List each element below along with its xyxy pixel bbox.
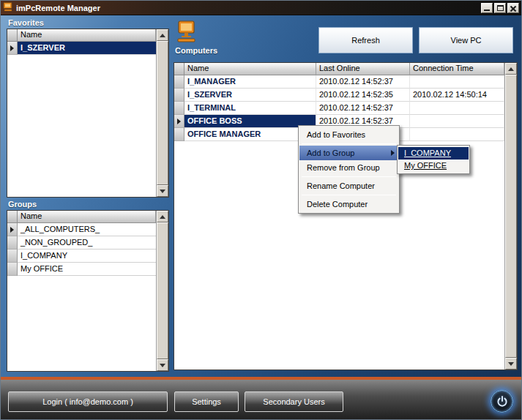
current-row-arrow-icon <box>10 45 14 51</box>
menu-item-add-to-favorites[interactable]: Add to Favorites <box>299 127 398 142</box>
settings-button[interactable]: Settings <box>174 391 239 412</box>
row-selector-cell <box>7 42 18 55</box>
computers-row-i-terminal[interactable]: I_TERMINAL 2010.02.12 14:52:37 <box>174 102 504 115</box>
row-selector-cell <box>7 250 18 263</box>
computers-icon <box>176 20 198 44</box>
column-header-name[interactable]: Name <box>184 63 316 75</box>
computers-table: Name Last Online Connection Time I_MANAG… <box>174 62 518 370</box>
column-header-connection-time[interactable]: Connection Time <box>410 63 504 75</box>
row-selector-cell <box>174 75 184 89</box>
row-selector-cell <box>174 102 184 115</box>
groups-list: Name _ALL_COMPUTERS_ _NON_GROUPED_ I_COM… <box>7 210 169 372</box>
computer-name: I_TERMINAL <box>184 102 316 115</box>
menu-item-delete-computer[interactable]: Delete Computer <box>299 197 398 211</box>
submenu-arrow-icon <box>391 150 395 156</box>
title-bar: imPcRemote Manager <box>1 1 521 15</box>
minimize-icon <box>484 10 490 11</box>
menu-separator <box>302 143 396 144</box>
computers-label: Computers <box>175 46 217 55</box>
favorites-list: Name I_SZERVER <box>7 29 169 198</box>
groups-column-header-name[interactable]: Name <box>18 211 156 223</box>
row-selector-cell <box>174 89 184 102</box>
scroll-up-button[interactable] <box>157 211 168 222</box>
scroll-down-button[interactable] <box>157 185 168 197</box>
connection-time <box>410 128 504 141</box>
scroll-up-button[interactable] <box>505 63 517 75</box>
row-selector-cell <box>7 223 18 236</box>
row-selector-cell <box>7 236 18 250</box>
menu-item-rename-computer[interactable]: Rename Computer <box>299 179 398 193</box>
favorites-row-i-szerver[interactable]: I_SZERVER <box>7 42 156 55</box>
scrollbar-thumb[interactable] <box>505 75 517 358</box>
last-online: 2010.02.12 14:52:35 <box>316 89 410 102</box>
computer-name: OFFICE BOSS <box>184 115 316 128</box>
context-menu: Add to Favorites Add to Group Remove fro… <box>298 125 400 214</box>
scroll-up-button[interactable] <box>157 29 168 41</box>
secondary-users-button[interactable]: Secondary Users <box>245 391 343 412</box>
scroll-down-button[interactable] <box>505 358 517 370</box>
add-to-group-submenu: I_COMPANY My OFFICE <box>397 145 470 174</box>
footer-bar: Login ( info@demo.com ) Settings Seconda… <box>1 380 521 420</box>
app-window: imPcRemote Manager Favorites Name I_SZER… <box>0 0 522 420</box>
app-icon <box>3 2 13 13</box>
groups-corner-cell <box>7 211 18 223</box>
current-row-arrow-icon <box>10 227 14 233</box>
groups-scrollbar[interactable] <box>156 211 168 371</box>
power-icon <box>496 396 508 408</box>
arrow-down-icon <box>508 362 514 366</box>
power-button[interactable] <box>491 390 513 413</box>
column-header-last-online[interactable]: Last Online <box>316 63 410 75</box>
favorites-item-label: I_SZERVER <box>18 42 156 55</box>
menu-item-remove-from-group[interactable]: Remove from Group <box>299 160 398 175</box>
arrow-up-icon <box>508 67 514 71</box>
submenu-item-i-company[interactable]: I_COMPANY <box>398 147 469 160</box>
maximize-button[interactable] <box>494 3 506 13</box>
submenu-item-my-office[interactable]: My OFFICE <box>398 160 469 172</box>
computers-row-i-szerver[interactable]: I_SZERVER 2010.02.12 14:52:35 2010.02.12… <box>174 89 504 102</box>
arrow-down-icon <box>160 190 165 193</box>
groups-row-non-grouped[interactable]: _NON_GROUPED_ <box>7 236 156 250</box>
computer-name: OFFICE MANAGER <box>184 128 316 141</box>
connection-time <box>410 115 504 128</box>
connection-time <box>410 75 504 89</box>
row-selector-cell <box>7 263 18 276</box>
current-row-arrow-icon <box>177 119 181 124</box>
menu-item-label: Add to Group <box>307 149 354 157</box>
last-online: 2010.02.12 14:52:37 <box>316 75 410 89</box>
favorites-column-header-name[interactable]: Name <box>18 29 156 42</box>
groups-row-all-computers[interactable]: _ALL_COMPUTERS_ <box>7 223 156 236</box>
close-button[interactable] <box>507 3 519 13</box>
group-item-label: _NON_GROUPED_ <box>18 236 156 250</box>
view-pc-button[interactable]: View PC <box>419 27 513 53</box>
connection-time <box>410 102 504 115</box>
menu-item-add-to-group[interactable]: Add to Group <box>299 146 398 160</box>
arrow-up-icon <box>160 215 165 219</box>
favorites-corner-cell <box>7 29 18 42</box>
arrow-up-icon <box>160 34 165 37</box>
group-item-label: _ALL_COMPUTERS_ <box>18 223 156 236</box>
menu-separator <box>302 195 396 195</box>
scrollbar-thumb[interactable] <box>157 222 168 359</box>
computers-row-i-manager[interactable]: I_MANAGER 2010.02.12 14:52:37 <box>174 75 504 89</box>
scrollbar-thumb[interactable] <box>157 41 168 185</box>
groups-row-my-office[interactable]: My OFFICE <box>7 263 156 276</box>
computer-name: I_MANAGER <box>184 75 316 89</box>
group-item-label: I_COMPANY <box>18 250 156 263</box>
minimize-button[interactable] <box>481 3 493 13</box>
table-corner-cell <box>174 63 184 75</box>
menu-separator <box>302 176 396 177</box>
groups-row-i-company[interactable]: I_COMPANY <box>7 250 156 263</box>
groups-label: Groups <box>8 200 37 209</box>
last-online: 2010.02.12 14:52:37 <box>316 102 410 115</box>
window-controls <box>481 3 519 13</box>
computers-scrollbar[interactable] <box>504 63 517 370</box>
window-title: imPcRemote Manager <box>16 4 100 12</box>
refresh-button[interactable]: Refresh <box>318 27 413 53</box>
arrow-down-icon <box>160 364 165 367</box>
computer-name: I_SZERVER <box>184 89 316 102</box>
login-button[interactable]: Login ( info@demo.com ) <box>8 391 168 412</box>
favorites-scrollbar[interactable] <box>156 29 168 197</box>
scroll-down-button[interactable] <box>157 359 168 371</box>
row-selector-cell <box>174 115 184 128</box>
connection-time: 2010.02.12 14:50:14 <box>410 89 504 102</box>
